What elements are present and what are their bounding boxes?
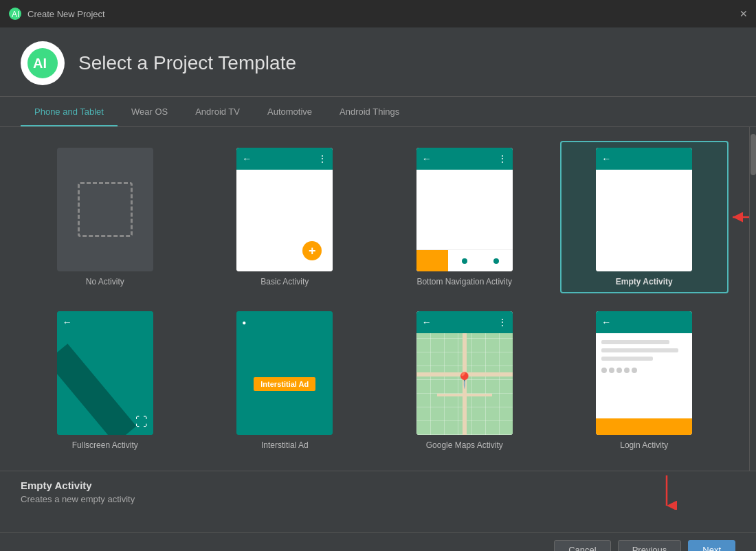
login-line-1 [601, 340, 669, 344]
template-login-label: Login Activity [620, 440, 668, 450]
template-bottom-nav-label: Bottom Navigation Activity [416, 277, 512, 286]
preview-basic-activity: ← ⋮ + [236, 148, 333, 271]
empty-phone-content [596, 170, 692, 271]
preview-no-activity [57, 148, 153, 271]
preview-empty-activity: ← [596, 148, 692, 271]
scrollbar-thumb[interactable] [751, 134, 756, 175]
maps-phone-header: ← ⋮ [416, 311, 513, 333]
tab-android-tv[interactable]: Android TV [181, 97, 254, 126]
interstitial-dot: ● [242, 319, 246, 326]
preview-maps: ← ⋮ 📍 [416, 311, 513, 435]
template-basic-activity[interactable]: ← ⋮ + Basic Activity [201, 141, 370, 293]
preview-bottom-nav: ← ⋮ [416, 148, 513, 271]
template-login[interactable]: ← [560, 304, 729, 457]
tab-phone-tablet[interactable]: Phone and Tablet [21, 97, 118, 126]
previous-button[interactable]: Previous [618, 540, 682, 551]
bottom-nav-phone-content [416, 170, 513, 249]
page-title: Select a Project Template [78, 52, 296, 74]
login-footer-bar [596, 418, 692, 435]
template-no-activity-label: No Activity [86, 277, 124, 286]
tab-wear-os[interactable]: Wear OS [118, 97, 181, 126]
dialog-header: AI Select a Project Template [0, 27, 756, 97]
menu-dots-icon: ⋮ [498, 317, 507, 328]
login-dots [601, 368, 687, 373]
template-interstitial-label: Interstitial Ad [261, 440, 309, 450]
login-phone-header: ← [596, 311, 692, 333]
dialog-footer: Cancel Previous Next [0, 532, 756, 551]
login-dot-1 [601, 368, 607, 373]
interstitial-header: ● [236, 311, 333, 333]
nav-item-1 [416, 250, 449, 271]
basic-phone-content: + [236, 170, 333, 271]
nav-item-2 [448, 250, 480, 271]
preview-fullscreen: ← ⛶ [57, 311, 153, 435]
svg-line-6 [57, 352, 126, 435]
template-maps-label: Google Maps Activity [426, 440, 503, 450]
login-dot-4 [624, 368, 630, 373]
bottom-nav-bar [416, 249, 513, 271]
basic-phone-header: ← ⋮ [236, 148, 333, 170]
back-arrow-icon: ← [242, 153, 252, 164]
login-content [596, 333, 692, 418]
next-arrow [653, 475, 680, 510]
close-button[interactable]: ✕ [740, 8, 748, 19]
map-pin-icon: 📍 [455, 372, 474, 390]
android-studio-logo: AI [21, 41, 65, 85]
template-basic-activity-label: Basic Activity [260, 277, 309, 286]
interstitial-content: Interstitial Ad [236, 333, 333, 435]
window-title: Create New Project [27, 9, 105, 19]
preview-interstitial: ● Interstitial Ad [236, 311, 333, 435]
preview-login: ← [596, 311, 692, 435]
selection-arrow [727, 207, 749, 227]
cancel-button[interactable]: Cancel [554, 540, 610, 551]
selected-template-description: Creates a new empty activity [21, 494, 735, 504]
empty-phone-header: ← [596, 148, 692, 170]
selection-description: Empty Activity Creates a new empty activ… [0, 471, 756, 532]
login-line-3 [601, 357, 652, 361]
logo-svg: AI [27, 47, 58, 79]
login-dot-5 [632, 368, 637, 373]
template-fullscreen[interactable]: ← ⛶ Fullscreen Activity [21, 304, 190, 457]
back-arrow-icon: ← [601, 317, 611, 328]
content-area: No Activity ← ⋮ + Basic Activity [0, 127, 756, 471]
template-interstitial[interactable]: ● Interstitial Ad Interstitial Ad [201, 304, 370, 457]
back-arrow-icon: ← [601, 153, 611, 164]
tab-android-things[interactable]: Android Things [326, 97, 413, 126]
scrollbar-track[interactable] [749, 127, 756, 471]
no-activity-dashed-box [78, 182, 133, 237]
template-grid: No Activity ← ⋮ + Basic Activity [0, 127, 749, 471]
back-arrow-icon: ← [422, 317, 432, 328]
diagonal-line-icon [57, 311, 153, 435]
login-line-2 [601, 348, 678, 352]
fab-icon: + [302, 241, 322, 260]
selected-template-title: Empty Activity [21, 480, 735, 491]
nav-item-3 [480, 250, 513, 271]
template-empty-activity[interactable]: ← Empty Activity [560, 141, 729, 293]
template-maps[interactable]: ← ⋮ 📍 Google Maps Activity [380, 304, 549, 457]
template-empty-activity-label: Empty Activity [616, 277, 673, 286]
template-bottom-nav[interactable]: ← ⋮ Bottom Navigation Activity [380, 141, 549, 293]
next-button[interactable]: Next [688, 540, 735, 551]
template-no-activity[interactable]: No Activity [21, 141, 190, 293]
svg-text:AI: AI [12, 10, 19, 19]
template-fullscreen-label: Fullscreen Activity [72, 440, 138, 450]
template-grid-container: No Activity ← ⋮ + Basic Activity [0, 127, 749, 471]
menu-dots-icon: ⋮ [498, 153, 507, 164]
svg-text:AI: AI [33, 56, 47, 71]
login-dot-3 [616, 368, 622, 373]
interstitial-ad-badge: Interstitial Ad [254, 377, 315, 391]
menu-dots-icon: ⋮ [318, 153, 327, 164]
android-studio-icon: AI [8, 7, 22, 21]
platform-tabs: Phone and Tablet Wear OS Android TV Auto… [0, 97, 756, 127]
bottom-nav-phone-header: ← ⋮ [416, 148, 513, 170]
tab-automotive[interactable]: Automotive [254, 97, 326, 126]
title-bar-left: AI Create New Project [8, 7, 105, 21]
maps-content: 📍 [416, 333, 513, 435]
nav-dot [462, 258, 467, 264]
login-dot-2 [609, 368, 614, 373]
title-bar: AI Create New Project ✕ [0, 0, 756, 27]
back-arrow-icon: ← [422, 153, 432, 164]
nav-dot [493, 258, 499, 264]
